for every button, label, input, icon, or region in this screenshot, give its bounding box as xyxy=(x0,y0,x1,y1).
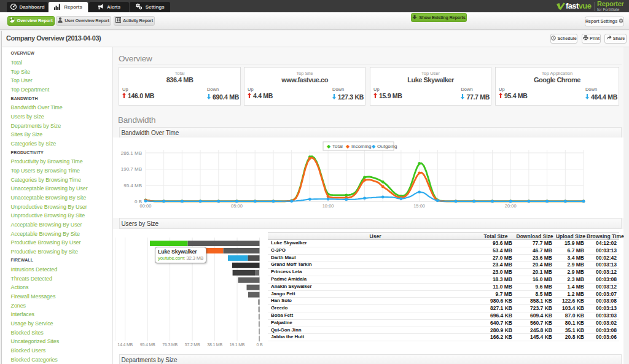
svg-text:Outgoing: Outgoing xyxy=(377,144,397,149)
svg-text:0 B: 0 B xyxy=(257,343,263,347)
svg-text:19.1 MB: 19.1 MB xyxy=(230,343,245,347)
svg-text:95.4 MB: 95.4 MB xyxy=(140,343,155,347)
svg-text:Total: Total xyxy=(332,144,343,149)
svg-text:38.1 MB: 38.1 MB xyxy=(207,343,222,347)
svg-text:◆: ◆ xyxy=(327,144,331,149)
svg-text:95.4 MB: 95.4 MB xyxy=(123,183,142,188)
svg-text:14.4 MB: 14.4 MB xyxy=(117,343,133,347)
svg-text:05:00: 05:00 xyxy=(231,203,243,209)
svg-text:190.7 MB: 190.7 MB xyxy=(121,166,142,172)
svg-text:286.1 MB: 286.1 MB xyxy=(121,150,142,156)
svg-text:76.3 MB: 76.3 MB xyxy=(162,343,178,347)
svg-text:◆: ◆ xyxy=(346,144,350,149)
svg-text:00:00: 00:00 xyxy=(140,203,152,209)
svg-text:57.2 MB: 57.2 MB xyxy=(185,343,200,347)
svg-text:20:00: 20:00 xyxy=(505,203,517,209)
svg-text:10:00: 10:00 xyxy=(322,203,334,209)
svg-text:15:00: 15:00 xyxy=(413,203,425,209)
svg-text:◆: ◆ xyxy=(372,144,376,149)
svg-text:Incoming: Incoming xyxy=(351,144,371,149)
